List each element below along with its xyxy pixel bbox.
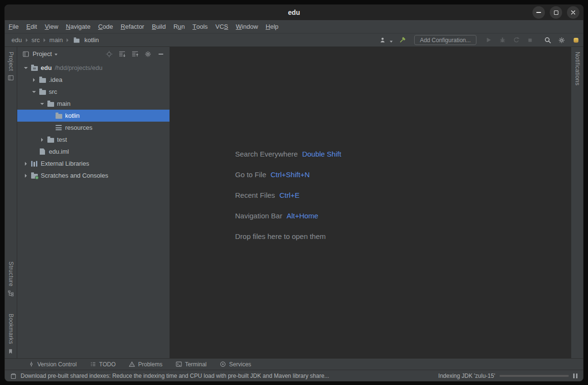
stop-icon[interactable] (526, 36, 534, 45)
menu-file[interactable]: File (5, 20, 23, 33)
minimize-icon (536, 12, 541, 13)
maximize-button[interactable] (550, 6, 562, 19)
pause-indexing-button[interactable] (573, 374, 577, 378)
menu-refactor[interactable]: Refactor (117, 20, 148, 33)
tree-item-path: /hdd/projects/edu (55, 64, 102, 71)
chevron-down-icon[interactable] (29, 91, 38, 93)
select-opened-file-icon[interactable] (105, 50, 113, 58)
minimize-button[interactable] (532, 6, 545, 19)
hint-label: Recent Files (235, 191, 275, 199)
tree-item-test[interactable]: test (17, 134, 170, 146)
hint-recent-files: Recent FilesCtrl+E (235, 191, 341, 199)
terminal-icon (175, 361, 182, 368)
tool-button-terminal[interactable]: Terminal (175, 361, 206, 368)
chevron-right-icon[interactable] (21, 162, 30, 166)
empty-state-hints: Search EverywhereDouble Shift Go to File… (235, 150, 341, 240)
tree-item-label: edu (41, 64, 52, 71)
user-account-icon[interactable] (379, 36, 387, 45)
tree-item-external-libraries[interactable]: External Libraries (17, 158, 170, 170)
menu-vcs[interactable]: VCS (212, 20, 232, 33)
tool-stripe-notifications[interactable]: Notifications (574, 52, 581, 86)
chevron-right-icon[interactable] (37, 138, 46, 142)
debug-icon[interactable] (498, 36, 507, 45)
hide-panel-icon[interactable] (157, 50, 165, 58)
tree-item-edu-iml[interactable]: edu.iml (17, 146, 170, 158)
status-message[interactable]: Download pre-built shared indexes: Reduc… (21, 373, 329, 379)
module-file-icon (38, 148, 46, 155)
menu-run[interactable]: Run (170, 20, 189, 33)
chevron-down-icon[interactable] (37, 103, 46, 105)
tree-item-kotlin[interactable]: kotlin (17, 110, 170, 122)
collapse-all-icon[interactable] (131, 50, 139, 58)
hint-navigation-bar: Navigation BarAlt+Home (235, 212, 341, 220)
status-bar: Download pre-built shared indexes: Reduc… (5, 370, 583, 381)
tree-item-src[interactable]: src (17, 86, 170, 98)
rerun-icon[interactable] (512, 36, 520, 45)
chevron-down-icon (390, 41, 393, 43)
chevron-right-icon (44, 38, 45, 42)
menu-navigate[interactable]: Navigate (62, 20, 94, 33)
menu-edit[interactable]: Edit (23, 20, 41, 33)
todo-icon (90, 361, 96, 368)
hint-shortcut: Double Shift (302, 150, 341, 158)
close-button[interactable] (567, 6, 579, 19)
project-panel-actions (105, 50, 165, 58)
tree-item-idea[interactable]: .idea (17, 74, 170, 86)
menu-build[interactable]: Build (148, 20, 170, 33)
menu-view[interactable]: View (41, 20, 62, 33)
menu-tools[interactable]: Tools (189, 20, 212, 33)
tree-item-label: edu.iml (49, 148, 69, 155)
hint-shortcut: Alt+Home (286, 212, 318, 220)
chevron-down-icon[interactable] (21, 67, 30, 69)
hint-label: Navigation Bar (235, 212, 282, 220)
add-configuration-button[interactable]: Add Configuration... (414, 35, 476, 45)
menu-window[interactable]: Window (232, 20, 262, 33)
search-everywhere-icon[interactable] (543, 36, 552, 45)
tool-stripe-project[interactable]: Project (8, 52, 14, 81)
breadcrumb-item-kotlin[interactable]: kotlin (84, 36, 99, 44)
toolbar-right-controls: Add Configuration... (379, 35, 578, 45)
breadcrumb-item-main[interactable]: main (49, 36, 63, 44)
panel-settings-gear-icon[interactable] (144, 50, 152, 58)
ide-window: edu File Edit View Navigate Code Refacto… (5, 5, 583, 381)
tool-button-todo[interactable]: TODO (90, 361, 115, 368)
tree-item-resources[interactable]: resources (17, 122, 170, 134)
menu-help[interactable]: Help (262, 20, 283, 33)
main-area: Project Structure Bookmarks (5, 47, 583, 358)
breadcrumb-item-src[interactable]: src (32, 36, 40, 44)
tool-button-version-control[interactable]: Version Control (28, 361, 77, 368)
tool-button-services[interactable]: Services (220, 361, 251, 368)
folder-icon (55, 113, 63, 119)
folder-icon (38, 89, 46, 95)
tree-item-label: resources (65, 124, 92, 131)
tool-stripe-structure[interactable]: Structure (8, 261, 14, 296)
expand-all-icon[interactable] (118, 50, 126, 58)
menu-code[interactable]: Code (94, 20, 117, 33)
project-panel-title[interactable]: Project (33, 50, 52, 57)
window-title: edu (288, 9, 300, 16)
libraries-icon (30, 161, 38, 167)
chevron-right-icon[interactable] (21, 174, 30, 178)
project-folder-icon (30, 65, 38, 71)
tree-item-main[interactable]: main (17, 98, 170, 110)
breadcrumb: edu src main kotlin (11, 36, 99, 44)
hint-go-to-file: Go to FileCtrl+Shift+N (235, 170, 341, 179)
chevron-down-icon[interactable] (55, 54, 57, 56)
chevron-right-icon (67, 38, 68, 42)
build-hammer-icon[interactable] (398, 36, 407, 45)
tree-item-label: main (57, 100, 70, 107)
tree-item-scratches[interactable]: Scratches and Consoles (17, 170, 170, 181)
tool-stripe-bookmarks[interactable]: Bookmarks (8, 314, 14, 354)
tool-stripe-bookmarks-label: Bookmarks (8, 314, 14, 344)
tool-window-icon (22, 50, 30, 58)
tool-button-problems[interactable]: Problems (129, 361, 163, 368)
chevron-right-icon[interactable] (29, 78, 38, 82)
tree-item-edu[interactable]: edu /hdd/projects/edu (17, 62, 170, 74)
breadcrumb-item-edu[interactable]: edu (11, 36, 22, 44)
window-controls (532, 6, 579, 19)
run-icon[interactable] (484, 36, 493, 45)
hint-shortcut: Ctrl+Shift+N (271, 170, 310, 179)
hint-label: Go to File (235, 170, 266, 179)
ide-update-indicator-icon[interactable] (574, 38, 578, 43)
settings-gear-icon[interactable] (557, 36, 566, 45)
